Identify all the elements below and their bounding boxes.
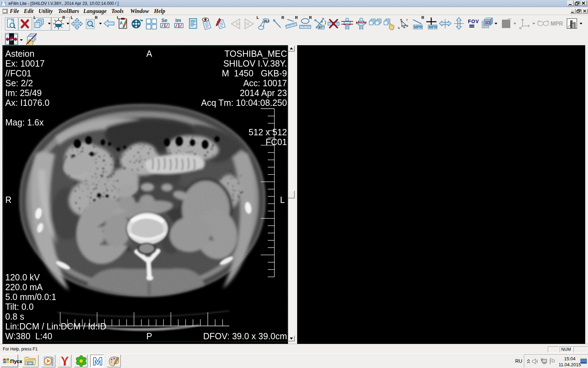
svg-text:St: St xyxy=(246,22,249,26)
svg-text:y: y xyxy=(406,18,408,21)
svg-text:MPR: MPR xyxy=(551,21,563,27)
svg-text:MPR: MPR xyxy=(429,25,438,29)
svg-text:3D: 3D xyxy=(485,20,490,25)
svg-text:57°: 57° xyxy=(319,26,324,29)
svg-text:MPR: MPR xyxy=(414,25,423,29)
svg-text:FOV: FOV xyxy=(468,19,479,24)
svg-text:35.2: 35.2 xyxy=(264,19,270,23)
svg-text:θ: θ xyxy=(321,20,323,23)
svg-text:Im: Im xyxy=(175,18,181,23)
svg-text:St: St xyxy=(236,22,239,26)
svg-text:A: A xyxy=(120,21,123,26)
svg-text:Se: Se xyxy=(161,18,167,23)
